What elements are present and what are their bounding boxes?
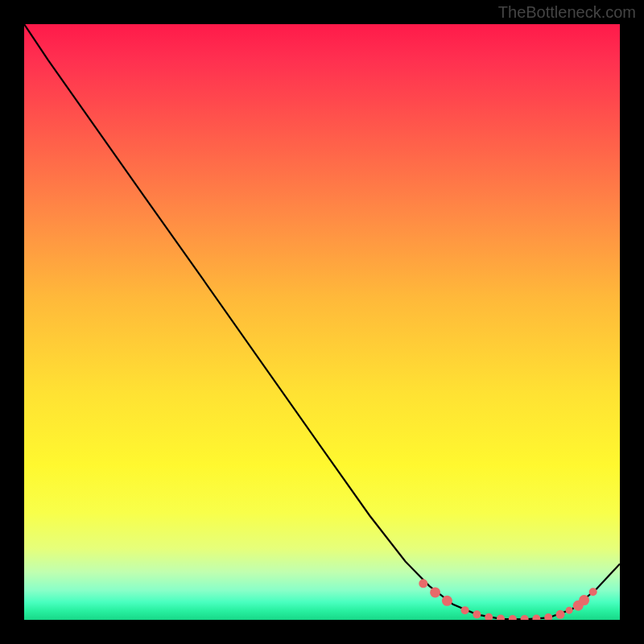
plot-area xyxy=(24,24,620,620)
chart-gradient-background xyxy=(24,24,620,620)
attribution-text: TheBottleneck.com xyxy=(498,3,636,22)
